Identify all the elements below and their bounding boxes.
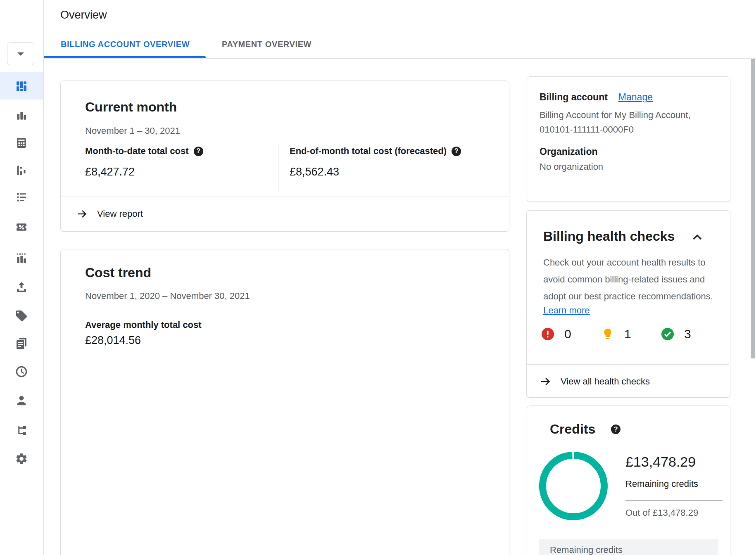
- sidebar-item-cost-table[interactable]: [15, 136, 28, 149]
- budgets-alerts-icon: [15, 251, 28, 265]
- arrow-forward-icon: [539, 375, 552, 388]
- remaining-credits-label: Remaining credits: [625, 479, 698, 489]
- average-monthly-cost-label: Average monthly total cost: [85, 320, 202, 330]
- cost-breakdown-icon: [15, 164, 28, 177]
- history-clock-icon: [15, 365, 28, 378]
- billing-account-card: Billing account Manage Billing Account f…: [527, 76, 730, 202]
- resource-hierarchy-icon: [15, 424, 28, 437]
- help-icon[interactable]: ?: [452, 147, 461, 156]
- scrollbar-track-edge: [750, 59, 750, 358]
- credits-table-header-label: Remaining credits: [550, 545, 623, 555]
- month-to-date-value: £8,427.72: [85, 166, 203, 178]
- discount-ticket-icon: [15, 221, 28, 234]
- current-month-title: Current month: [85, 100, 177, 115]
- left-nav-rail: [0, 0, 44, 555]
- organization-label: Organization: [540, 146, 598, 157]
- transactions-list-icon: [15, 190, 28, 204]
- health-stat-error-alert: 0: [540, 327, 600, 342]
- sidebar-item-billing-export[interactable]: [15, 280, 28, 294]
- current-month-daterange: November 1 – 30, 2021: [85, 126, 180, 136]
- health-stat-count: 0: [564, 327, 571, 341]
- health-stat-count: 3: [684, 327, 691, 341]
- pricing-tag-icon: [15, 309, 28, 323]
- sidebar-item-discount-ticket[interactable]: [15, 221, 28, 234]
- suggestion-bulb-icon: [600, 327, 615, 342]
- current-month-card: Current month November 1 – 30, 2021 Mont…: [60, 81, 509, 232]
- nav-collapse-dropdown[interactable]: [7, 42, 34, 65]
- tab-bar: BILLING ACCOUNT OVERVIEW PAYMENT OVERVIE…: [43, 30, 756, 59]
- billing-export-icon: [15, 280, 28, 294]
- scrollbar-thumb[interactable]: [751, 59, 755, 358]
- account-person-icon: [15, 394, 28, 407]
- month-to-date-label: Month-to-date total cost: [85, 146, 189, 157]
- credits-card: Credits ? £13,478.29 Remaining credits O…: [527, 406, 730, 555]
- cost-trend-card: Cost trend November 1, 2020 – November 3…: [60, 249, 509, 555]
- cost-trend-daterange: November 1, 2020 – November 30, 2021: [85, 291, 250, 301]
- credits-title: Credits: [550, 422, 595, 437]
- organization-value: No organization: [540, 161, 603, 172]
- sidebar-item-settings-gear[interactable]: [15, 452, 28, 465]
- help-icon[interactable]: ?: [611, 425, 620, 434]
- stat-divider: [278, 145, 278, 190]
- remaining-credits-amount: £13,478.29: [625, 454, 696, 470]
- health-checks-stats: 013: [540, 327, 720, 342]
- sidebar-item-account-person[interactable]: [15, 394, 28, 407]
- sidebar-item-resource-hierarchy[interactable]: [15, 424, 28, 437]
- billing-overview-page: £50K£40K£30K£20K£10K Overview BILLING AC…: [0, 0, 756, 555]
- sidebar-item-budgets-alerts[interactable]: [15, 251, 28, 265]
- sidebar-item-documents[interactable]: [15, 337, 28, 350]
- cost-table-icon: [15, 136, 28, 149]
- month-to-date-stat: Month-to-date total cost ? £8,427.72: [85, 146, 203, 178]
- end-of-month-label: End-of-month total cost (forecasted): [290, 146, 447, 157]
- view-report-label: View report: [97, 209, 143, 219]
- billing-account-name: Billing Account for My Billing Account, …: [540, 108, 717, 137]
- credits-divider: [625, 500, 723, 501]
- billing-health-checks-card: Billing health checks Check out your acc…: [526, 210, 730, 398]
- documents-icon: [15, 337, 28, 350]
- chevron-up-icon[interactable]: [690, 230, 704, 244]
- health-checks-title: Billing health checks: [543, 229, 675, 244]
- sidebar-item-pricing-tag[interactable]: [15, 309, 28, 323]
- health-stat-suggestion-bulb: 1: [600, 327, 660, 342]
- tab-payment-overview[interactable]: PAYMENT OVERVIEW: [222, 30, 311, 58]
- end-of-month-stat: End-of-month total cost (forecasted) ? £…: [290, 146, 461, 178]
- health-stat-count: 1: [624, 327, 631, 341]
- view-all-health-checks-label: View all health checks: [561, 376, 650, 387]
- view-all-health-checks-button[interactable]: View all health checks: [527, 365, 729, 398]
- learn-more-link[interactable]: Learn more: [543, 305, 590, 316]
- health-checks-description: Check out your account health results to…: [543, 254, 717, 305]
- end-of-month-value: £8,562.43: [290, 166, 461, 178]
- billing-overview-icon: [15, 79, 28, 92]
- reports-icon: [15, 109, 28, 122]
- sidebar-item-reports[interactable]: [15, 109, 28, 122]
- sidebar-item-billing-overview[interactable]: [15, 79, 28, 92]
- sidebar-item-cost-breakdown[interactable]: [15, 164, 28, 177]
- health-stat-passed-check: 3: [660, 327, 720, 342]
- active-tab-underline: [43, 56, 206, 58]
- page-title: Overview: [60, 0, 107, 30]
- chevron-down-icon: [17, 52, 24, 56]
- tab-billing-account-overview[interactable]: BILLING ACCOUNT OVERVIEW: [61, 30, 190, 58]
- help-icon[interactable]: ?: [194, 147, 203, 156]
- error-alert-icon: [540, 327, 555, 342]
- cost-trend-title: Cost trend: [85, 265, 151, 280]
- app-header: [0, 0, 756, 30]
- view-report-button[interactable]: View report: [61, 197, 508, 231]
- settings-gear-icon: [15, 452, 28, 465]
- average-monthly-cost-value: £28,014.56: [85, 334, 141, 347]
- credits-table-header: Remaining credits: [539, 539, 718, 555]
- passed-check-icon: [660, 327, 675, 342]
- billing-account-label: Billing account: [540, 92, 608, 103]
- arrow-forward-icon: [76, 208, 88, 220]
- manage-link[interactable]: Manage: [618, 92, 653, 103]
- sidebar-item-transactions-list[interactable]: [15, 190, 28, 204]
- credits-out-of: Out of £13,478.29: [625, 508, 698, 518]
- sidebar-item-history-clock[interactable]: [15, 365, 28, 378]
- credits-donut-chart: [536, 449, 611, 523]
